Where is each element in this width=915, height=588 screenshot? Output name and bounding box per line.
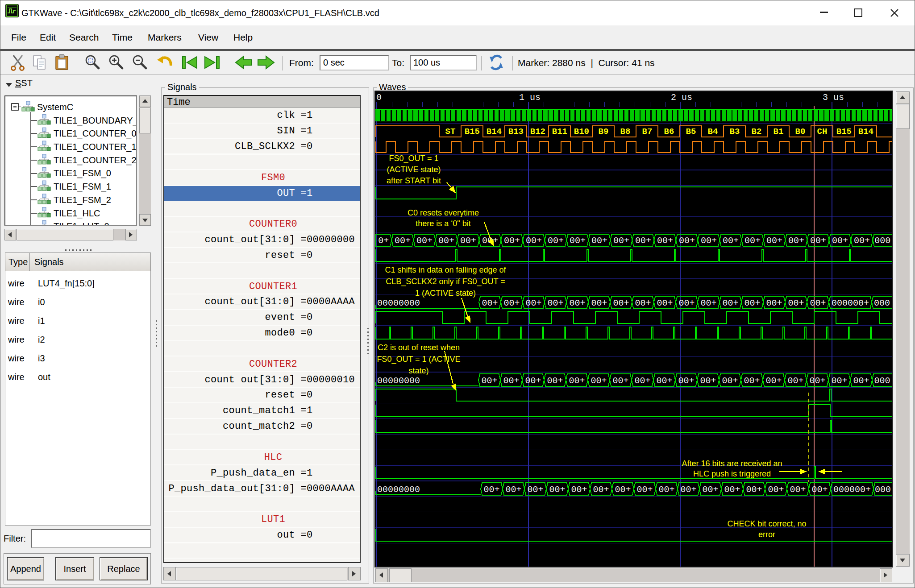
svg-text:ST: ST <box>445 127 455 137</box>
svg-text:00+: 00+ <box>768 484 784 495</box>
svg-text:000: 000 <box>874 298 890 308</box>
svg-text:B14: B14 <box>858 127 873 137</box>
svg-text:there is a ‘0" bit: there is a ‘0" bit <box>416 219 470 228</box>
svg-text:00+: 00+ <box>503 298 520 308</box>
svg-text:00+: 00+ <box>613 236 629 246</box>
svg-text:HLC push is triggered: HLC push is triggered <box>693 469 771 478</box>
svg-text:1 us: 1 us <box>519 92 541 103</box>
svg-text:00+: 00+ <box>527 484 543 495</box>
svg-text:00+: 00+ <box>438 236 454 246</box>
svg-text:B1: B1 <box>773 127 783 137</box>
svg-text:00+: 00+ <box>634 376 650 386</box>
svg-text:00+: 00+ <box>569 376 585 386</box>
svg-text:00+: 00+ <box>612 376 628 386</box>
svg-text:00+: 00+ <box>591 236 607 246</box>
svg-text:00+: 00+ <box>811 484 828 495</box>
svg-text:00+: 00+ <box>505 484 521 495</box>
svg-text:state): state) <box>408 366 428 375</box>
svg-text:00+: 00+ <box>723 236 739 246</box>
svg-text:FS0_OUT = 1: FS0_OUT = 1 <box>389 154 438 163</box>
svg-text:C2 is out of reset when: C2 is out of reset when <box>378 343 460 352</box>
svg-text:after START bit: after START bit <box>387 176 441 185</box>
svg-text:B11: B11 <box>552 127 567 137</box>
svg-text:000000+: 000000+ <box>833 484 871 495</box>
svg-text:TILE1_LUT_0: TILE1_LUT_0 <box>54 221 109 226</box>
svg-text:000: 000 <box>875 484 891 495</box>
svg-text:00000000: 00000000 <box>377 376 420 386</box>
svg-text:TILE1_COUNTER_2: TILE1_COUNTER_2 <box>54 155 137 166</box>
svg-text:00+: 00+ <box>809 376 825 386</box>
svg-text:00+: 00+ <box>481 376 497 386</box>
svg-text:00+: 00+ <box>831 376 847 386</box>
svg-text:00+: 00+ <box>416 236 433 246</box>
svg-text:00+: 00+ <box>810 298 826 308</box>
svg-text:CH: CH <box>817 127 827 137</box>
svg-text:00+: 00+ <box>702 484 718 495</box>
svg-text:00+: 00+ <box>460 236 476 246</box>
svg-text:2 us: 2 us <box>671 92 692 103</box>
svg-text:TILE1_COUNTER_0: TILE1_COUNTER_0 <box>54 128 137 139</box>
svg-text:00+: 00+ <box>744 236 761 246</box>
svg-text:B15: B15 <box>465 127 480 137</box>
svg-text:00+: 00+ <box>787 376 803 386</box>
svg-text:B8: B8 <box>620 127 630 137</box>
svg-text:00+: 00+ <box>701 236 717 246</box>
svg-text:00+: 00+ <box>591 298 607 308</box>
svg-text:00+: 00+ <box>525 376 541 386</box>
svg-text:00+: 00+ <box>744 376 760 386</box>
svg-text:00+: 00+ <box>700 298 716 308</box>
svg-text:B7: B7 <box>642 127 652 137</box>
svg-text:B14: B14 <box>487 127 502 137</box>
svg-text:00+: 00+ <box>482 298 498 308</box>
svg-text:00+: 00+ <box>635 298 651 308</box>
svg-text:00+: 00+ <box>635 236 651 246</box>
svg-text:00+: 00+ <box>832 236 848 246</box>
svg-text:00+: 00+ <box>680 484 696 495</box>
svg-text:TILE1_FSM_0: TILE1_FSM_0 <box>54 168 111 178</box>
svg-text:00+: 00+ <box>593 484 609 495</box>
svg-text:CHECK bit correct, no: CHECK bit correct, no <box>727 519 806 528</box>
svg-text:B2: B2 <box>751 127 761 137</box>
svg-text:00+: 00+ <box>526 236 542 246</box>
svg-text:00+: 00+ <box>657 298 673 308</box>
svg-text:00+: 00+ <box>766 236 782 246</box>
svg-text:0: 0 <box>376 92 382 103</box>
svg-text:TILE1_BOUNDARY_IN: TILE1_BOUNDARY_IN <box>54 116 137 126</box>
svg-text:00+: 00+ <box>678 376 694 386</box>
svg-text:TILE1_FSM_1: TILE1_FSM_1 <box>54 182 111 192</box>
svg-text:00+: 00+ <box>548 236 564 246</box>
svg-text:3 us: 3 us <box>823 92 844 103</box>
svg-text:00+: 00+ <box>790 484 806 495</box>
svg-text:B6: B6 <box>664 127 674 137</box>
svg-text:B4: B4 <box>707 127 718 137</box>
svg-text:000: 000 <box>874 376 890 386</box>
svg-text:B3: B3 <box>729 127 740 137</box>
svg-text:00+: 00+ <box>591 376 607 386</box>
svg-text:TILE1_HLC: TILE1_HLC <box>54 208 100 219</box>
svg-text:TILE1_FSM_2: TILE1_FSM_2 <box>54 195 111 205</box>
svg-text:00+: 00+ <box>700 376 716 386</box>
svg-text:00+: 00+ <box>722 376 738 386</box>
svg-text:00+: 00+ <box>744 298 760 308</box>
svg-text:00+: 00+ <box>722 298 738 308</box>
svg-text:B13: B13 <box>508 127 524 137</box>
svg-text:00+: 00+ <box>613 298 629 308</box>
svg-text:error: error <box>758 530 775 539</box>
svg-text:00+: 00+ <box>504 236 520 246</box>
svg-text:C1 shifts in data on falling e: C1 shifts in data on falling edge of <box>385 265 506 274</box>
svg-text:B9: B9 <box>598 127 608 137</box>
svg-text:000: 000 <box>874 236 890 246</box>
svg-text:00+: 00+ <box>547 376 563 386</box>
svg-text:(ACTIVE state): (ACTIVE state) <box>387 165 441 174</box>
svg-text:TILE1_COUNTER_1: TILE1_COUNTER_1 <box>54 142 137 152</box>
svg-text:0+: 0+ <box>378 236 389 246</box>
svg-text:00+: 00+ <box>766 298 782 308</box>
svg-text:00+: 00+ <box>503 376 519 386</box>
svg-text:00+: 00+ <box>549 484 565 495</box>
svg-text:00+: 00+ <box>724 484 740 495</box>
svg-text:00+: 00+ <box>395 236 411 246</box>
svg-text:00+: 00+ <box>615 484 631 495</box>
svg-text:B12: B12 <box>530 127 545 137</box>
svg-text:00+: 00+ <box>788 236 804 246</box>
svg-text:00+: 00+ <box>636 484 653 495</box>
